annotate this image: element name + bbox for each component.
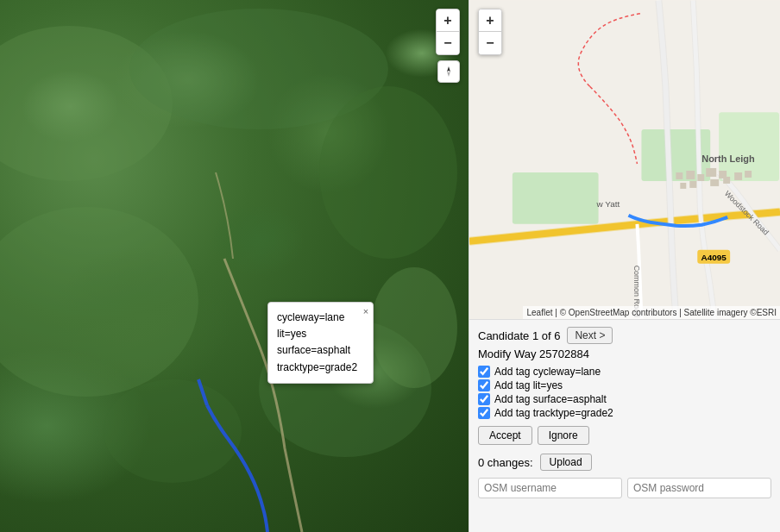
way-id-label: Modify Way 25702884 [478,347,771,360]
svg-rect-14 [686,171,695,179]
credentials-row [478,478,771,498]
osm-attribution: © OpenStreetMap contributors [560,308,677,317]
right-panel: North Leigh w Yatt Common Road Woodstock… [469,0,780,532]
svg-rect-12 [513,172,599,224]
svg-rect-19 [689,181,696,188]
leaflet-attribution: Leaflet [526,308,552,317]
tag-checkbox-3[interactable] [478,407,490,419]
candidate-header: Candidate 1 of 6 Next > [478,327,771,344]
right-zoom-out-button[interactable]: − [479,32,501,54]
svg-rect-20 [710,179,719,186]
svg-marker-8 [447,72,450,77]
svg-rect-18 [680,183,686,189]
ignore-button[interactable]: Ignore [538,426,589,445]
tag-item-3: Add tag tracktype=grade2 [478,407,771,419]
password-input[interactable] [627,478,771,498]
tag-item-1: Add tag lit=yes [478,379,771,391]
svg-rect-13 [676,172,682,179]
right-map-zoom-controls: + − [478,9,502,55]
tag-checkbox-0[interactable] [478,366,490,378]
left-zoom-out-button[interactable]: − [437,32,459,54]
upload-button[interactable]: Upload [540,454,592,471]
changes-row: 0 changes: Upload [478,454,771,471]
action-buttons: Accept Ignore [478,426,771,445]
accept-button[interactable]: Accept [478,426,532,445]
changes-label: 0 changes: [478,456,533,469]
left-zoom-in-button[interactable]: + [437,9,459,32]
svg-rect-21 [723,177,730,184]
left-compass-button[interactable] [437,60,460,83]
svg-text:w Yatt: w Yatt [596,199,620,209]
svg-rect-16 [706,168,716,177]
tag-label-0: Add tag cycleway=lane [494,366,601,378]
svg-marker-7 [447,66,450,72]
tag-label-1: Add tag lit=yes [494,379,563,391]
map-tooltip: × cycleway=lane lit=yes surface=asphalt … [267,302,374,384]
left-satellite-map[interactable]: + − × cycleway=lane lit=yes surface=asph… [0,0,469,532]
candidate-label: Candidate 1 of 6 [478,329,560,342]
tag-checkbox-1[interactable] [478,379,490,391]
tag-item-0: Add tag cycleway=lane [478,366,771,378]
svg-text:A4095: A4095 [701,253,727,262]
next-button[interactable]: Next > [567,327,613,344]
map-attribution: Leaflet | © OpenStreetMap contributors |… [523,306,780,319]
tag-label-2: Add tag surface=asphalt [494,393,607,405]
right-zoom-in-button[interactable]: + [479,9,501,32]
username-input[interactable] [478,478,622,498]
esri-attribution: Satellite imagery ©ESRI [684,308,777,317]
tooltip-line-1: cycleway=lane [277,310,357,326]
tooltip-line-2: lit=yes [277,326,357,342]
tooltip-close-button[interactable]: × [363,304,368,320]
tag-label-3: Add tag tracktype=grade2 [494,407,613,419]
right-osm-map[interactable]: North Leigh w Yatt Common Road Woodstock… [469,0,780,319]
tooltip-line-4: tracktype=grade2 [277,360,357,376]
svg-rect-22 [734,172,742,180]
svg-rect-23 [745,171,752,178]
left-map-zoom-controls: + − [436,9,460,55]
tag-item-2: Add tag surface=asphalt [478,393,771,405]
tag-list: Add tag cycleway=lane Add tag lit=yes Ad… [478,366,771,419]
svg-rect-15 [697,174,704,181]
svg-text:North Leigh: North Leigh [701,153,755,164]
info-panel: Candidate 1 of 6 Next > Modify Way 25702… [469,319,780,532]
tooltip-line-3: surface=asphalt [277,342,357,359]
tag-checkbox-2[interactable] [478,393,490,405]
